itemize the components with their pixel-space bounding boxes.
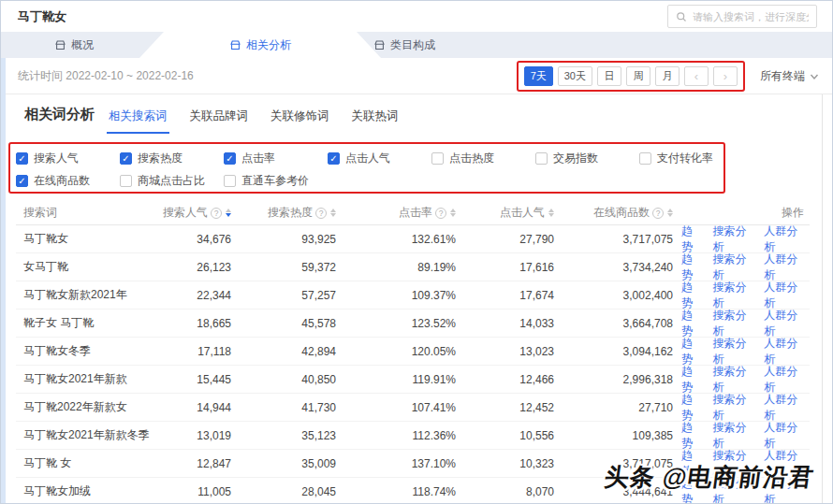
action-trend[interactable]: 趋势	[681, 392, 701, 424]
table-row: 靴子女 马丁靴18,66545,578123.52%14,0333,664,70…	[16, 310, 810, 338]
column-label: 在线商品数	[593, 205, 650, 221]
nav-tab-category-composition[interactable]: 类目构成	[359, 32, 449, 58]
table-row: 马丁靴2022年新款女14,94441,730107.41%12,45227,7…	[16, 394, 810, 422]
cell-click_popularity: 14,033	[456, 317, 554, 330]
action-search-analysis[interactable]: 搜索分析	[712, 223, 753, 255]
time-button-day[interactable]: 日	[597, 66, 621, 86]
metric-checkbox-transaction-index[interactable]: 交易指数	[535, 151, 639, 166]
action-trend[interactable]: 趋势	[681, 336, 701, 367]
value-text: 34,676	[197, 233, 231, 246]
time-button-month[interactable]: 月	[655, 66, 680, 86]
action-trend[interactable]: 趋势	[681, 420, 701, 452]
section-tab-related-brand-words[interactable]: 关联品牌词	[190, 108, 249, 134]
keyword-text: 马丁靴女新款2021年	[23, 287, 127, 303]
page-left-strip	[1, 58, 6, 503]
cell-search_heat: 28,045	[231, 485, 336, 498]
checked-checkbox-icon: ✓	[224, 152, 236, 165]
help-icon[interactable]	[315, 208, 327, 219]
value-text: 26,123	[197, 261, 231, 274]
metric-checkbox-search-heat[interactable]: ✓搜索热度	[120, 151, 224, 166]
metric-checkbox-search-popularity[interactable]: ✓搜索人气	[16, 151, 120, 166]
table-row: 马丁靴女冬季17,11842,894120.05%13,0233,094,162…	[16, 338, 810, 366]
action-trend[interactable]: 趋势	[681, 252, 701, 283]
prev-period-button[interactable]: ‹	[684, 66, 709, 86]
top-bar: 马丁靴女	[1, 1, 832, 32]
cell-search_heat: 93,925	[231, 233, 336, 246]
action-search-analysis[interactable]: 搜索分析	[712, 252, 753, 283]
action-trend[interactable]: 趋势	[681, 364, 701, 396]
metric-checkbox-payment-conversion[interactable]: 支付转化率	[639, 151, 743, 166]
metric-checkbox-online-products[interactable]: ✓在线商品数	[16, 173, 120, 189]
nav-tab-strip: 概况相关分析类目构成	[1, 32, 832, 58]
keyword-text: 马丁靴女冬季	[23, 343, 91, 359]
time-button-30d[interactable]: 30天	[558, 66, 592, 86]
action-crowd-analysis[interactable]: 人群分析	[764, 223, 804, 255]
action-search-analysis[interactable]: 搜索分析	[712, 392, 753, 424]
action-crowd-analysis[interactable]: 人群分析	[764, 364, 804, 396]
column-header-click_popularity[interactable]: 点击人气	[456, 205, 554, 221]
value-text: 15,445	[197, 373, 231, 386]
action-crowd-analysis[interactable]: 人群分析	[764, 280, 804, 311]
time-button-week[interactable]: 周	[626, 66, 650, 86]
cell-online_products: 27,710	[554, 401, 673, 414]
scrollbar-track[interactable]	[822, 94, 823, 503]
time-button-7d[interactable]: 7天	[524, 66, 553, 86]
value-text: 8,070	[526, 485, 554, 498]
value-text: 118.74%	[413, 485, 456, 498]
value-text: 22,344	[197, 289, 231, 302]
cell-search_heat: 35,123	[231, 429, 336, 442]
section-tab-related-hot-words[interactable]: 关联热词	[352, 108, 399, 134]
action-search-analysis[interactable]: 搜索分析	[712, 336, 753, 367]
metric-label: 点击率	[241, 151, 275, 166]
column-label: 点击率	[399, 205, 432, 221]
section-tab-related-modifier-words[interactable]: 关联修饰词	[270, 108, 329, 134]
value-text: 35,009	[301, 457, 336, 470]
nav-tab-overview[interactable]: 概况	[37, 32, 111, 58]
column-header-actions: 操作	[673, 205, 810, 221]
cell-ctr: 107.41%	[336, 401, 456, 414]
metric-checkbox-click-popularity[interactable]: ✓点击人气	[328, 151, 431, 166]
help-icon[interactable]	[435, 208, 446, 219]
action-crowd-analysis[interactable]: 人群分析	[764, 420, 804, 452]
metric-checkbox-click-heat[interactable]: 点击热度	[431, 151, 535, 166]
action-trend[interactable]: 趋势	[681, 223, 701, 255]
table-row: 女马丁靴26,12359,37289.19%17,6163,734,240趋势搜…	[16, 253, 810, 281]
action-trend[interactable]: 趋势	[681, 280, 701, 311]
metric-checkbox-mall-click-ratio[interactable]: 商城点击占比	[120, 173, 224, 189]
column-header-ctr[interactable]: 点击率	[336, 205, 456, 221]
table-row: 马丁靴女34,67693,925132.61%27,7903,717,075趋势…	[16, 225, 810, 253]
action-search-analysis[interactable]: 搜索分析	[712, 280, 753, 311]
cell-actions: 趋势搜索分析人群分析	[673, 308, 810, 339]
column-label: 点击人气	[500, 205, 545, 221]
cell-actions: 趋势搜索分析人群分析	[673, 392, 810, 424]
next-period-button[interactable]: ›	[713, 66, 738, 86]
cell-keyword: 靴子女 马丁靴	[16, 315, 156, 331]
cell-online_products: 3,717,075	[554, 233, 673, 246]
column-header-search_popularity[interactable]: 搜索人气	[156, 205, 231, 221]
search-input[interactable]	[693, 11, 809, 22]
section-tab-related-search-words[interactable]: 相关搜索词	[109, 108, 168, 134]
action-crowd-analysis[interactable]: 人群分析	[764, 252, 804, 283]
cell-search_popularity: 17,118	[156, 345, 231, 358]
action-search-analysis[interactable]: 搜索分析	[712, 420, 753, 452]
keyword-search-box[interactable]	[667, 5, 817, 28]
metric-label: 搜索热度	[138, 151, 183, 166]
action-crowd-analysis[interactable]: 人群分析	[764, 336, 804, 367]
action-trend[interactable]: 趋势	[681, 308, 701, 339]
column-header-online_products[interactable]: 在线商品数	[554, 205, 673, 221]
nav-tab-related-analysis[interactable]: 相关分析	[139, 32, 381, 58]
metric-checkbox-ctr[interactable]: ✓点击率	[224, 151, 328, 166]
cell-ctr: 112.36%	[336, 429, 456, 442]
value-text: 3,717,075	[623, 233, 673, 246]
action-search-analysis[interactable]: 搜索分析	[712, 364, 753, 396]
help-icon[interactable]	[211, 208, 222, 219]
action-crowd-analysis[interactable]: 人群分析	[764, 308, 804, 339]
action-search-analysis[interactable]: 搜索分析	[712, 308, 753, 339]
help-icon[interactable]	[652, 208, 664, 219]
column-header-search_heat[interactable]: 搜索热度	[231, 205, 336, 221]
metric-checkbox-ztc-reference-price[interactable]: 直通车参考价	[224, 173, 328, 189]
cell-online_products: 109,385	[554, 429, 673, 442]
cell-search_popularity: 15,445	[156, 373, 231, 386]
action-crowd-analysis[interactable]: 人群分析	[764, 392, 804, 424]
terminal-dropdown[interactable]: 所有终端	[760, 68, 819, 84]
